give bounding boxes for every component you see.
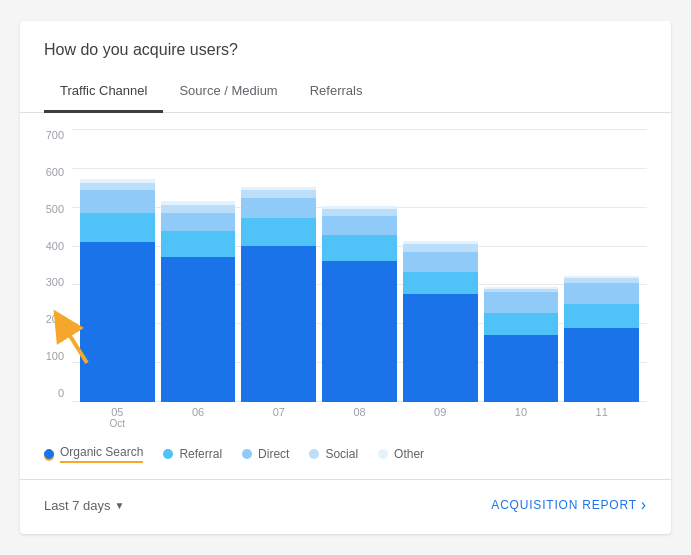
bar-segment-direct	[80, 190, 155, 212]
bar-group	[403, 129, 478, 402]
footer-divider	[20, 479, 671, 480]
y-label: 0	[36, 387, 64, 399]
legend-dot-direct	[242, 449, 252, 459]
y-label: 400	[36, 240, 64, 252]
legend-label-direct: Direct	[258, 447, 289, 461]
bar-segment-referral	[484, 313, 559, 335]
bar-segment-social	[241, 190, 316, 197]
y-label: 700	[36, 129, 64, 141]
y-label: 300	[36, 276, 64, 288]
x-label: 06	[161, 406, 236, 429]
bar-segment-social	[403, 244, 478, 251]
x-label: 05Oct	[80, 406, 155, 429]
x-label: 08	[322, 406, 397, 429]
legend-item-social: Social	[309, 447, 358, 461]
bar-stack	[161, 201, 236, 402]
chevron-right-icon: ›	[641, 496, 647, 514]
bar-stack	[564, 276, 639, 402]
organic-underline	[60, 461, 143, 463]
tab-source-medium[interactable]: Source / Medium	[163, 71, 293, 113]
tab-traffic-channel[interactable]: Traffic Channel	[44, 71, 163, 113]
bar-segment-organic	[564, 328, 639, 402]
bar-segment-referral	[161, 231, 236, 257]
y-label: 500	[36, 203, 64, 215]
bar-segment-organic	[241, 246, 316, 402]
bar-segment-direct	[161, 213, 236, 232]
bar-segment-direct	[403, 252, 478, 272]
bar-stack	[241, 187, 316, 402]
svg-line-1	[62, 323, 87, 363]
bar-segment-direct	[322, 216, 397, 235]
x-label: 07	[241, 406, 316, 429]
bar-segment-organic	[161, 257, 236, 402]
legend-dot-social	[309, 449, 319, 459]
bar-segment-social	[80, 183, 155, 190]
bar-segment-organic	[484, 335, 559, 402]
card-title: How do you acquire users?	[20, 21, 671, 71]
tab-bar: Traffic ChannelSource / MediumReferrals	[20, 71, 671, 113]
x-labels: 05Oct060708091011	[72, 402, 647, 429]
bar-segment-direct	[241, 198, 316, 218]
chart-container: 0100200300400500600700 05Oct060708091011	[36, 129, 647, 429]
bar-segment-organic	[403, 294, 478, 402]
bar-stack	[484, 287, 559, 402]
y-axis: 0100200300400500600700	[36, 129, 72, 429]
legend-label-organic: Organic Search	[60, 445, 143, 459]
bar-group	[484, 129, 559, 402]
legend-dot-referral	[163, 449, 173, 459]
bars	[72, 129, 647, 402]
arrow-annotation	[42, 303, 102, 377]
bars-wrapper	[72, 129, 647, 402]
footer: Last 7 days ▼ ACQUISITION REPORT ›	[20, 488, 671, 518]
bar-segment-referral	[564, 304, 639, 328]
bar-group	[564, 129, 639, 402]
bars-section: 05Oct060708091011	[72, 129, 647, 429]
legend-label-other: Other	[394, 447, 424, 461]
bar-segment-social	[161, 205, 236, 212]
bar-segment-referral	[241, 218, 316, 246]
x-label: 10	[484, 406, 559, 429]
bar-segment-referral	[403, 272, 478, 294]
legend-dot-organic	[44, 449, 54, 459]
x-label: 09	[403, 406, 478, 429]
legend-dot-other	[378, 449, 388, 459]
bar-segment-organic	[322, 261, 397, 402]
bar-segment-referral	[322, 235, 397, 261]
y-label: 600	[36, 166, 64, 178]
legend-item-other: Other	[378, 447, 424, 461]
bar-stack	[403, 241, 478, 402]
bar-stack	[322, 206, 397, 402]
bar-group	[161, 129, 236, 402]
tab-referrals[interactable]: Referrals	[294, 71, 379, 113]
legend-item-direct: Direct	[242, 447, 289, 461]
date-range-selector[interactable]: Last 7 days ▼	[44, 498, 124, 513]
chart-area: 0100200300400500600700 05Oct060708091011	[20, 113, 671, 437]
dropdown-arrow-icon: ▼	[115, 500, 125, 511]
bar-group	[322, 129, 397, 402]
legend: Organic SearchReferralDirectSocialOther	[20, 437, 671, 471]
bar-segment-social	[322, 209, 397, 216]
acquisition-report-link[interactable]: ACQUISITION REPORT ›	[491, 496, 647, 514]
legend-label-social: Social	[325, 447, 358, 461]
legend-item-referral: Referral	[163, 447, 222, 461]
x-label: 11	[564, 406, 639, 429]
bar-segment-direct	[564, 283, 639, 303]
bar-group	[241, 129, 316, 402]
legend-item-organic: Organic Search	[44, 445, 143, 463]
legend-label-referral: Referral	[179, 447, 222, 461]
bar-segment-referral	[80, 213, 155, 243]
bar-segment-direct	[484, 292, 559, 312]
analytics-card: How do you acquire users? Traffic Channe…	[20, 21, 671, 534]
date-range-label: Last 7 days	[44, 498, 111, 513]
